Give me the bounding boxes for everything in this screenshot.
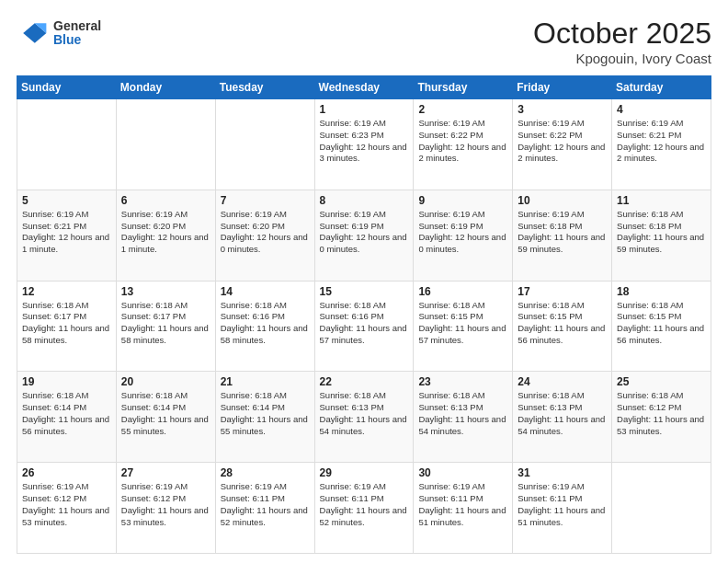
calendar-cell: 5Sunrise: 6:19 AMSunset: 6:21 PMDaylight… bbox=[17, 190, 117, 281]
day-number: 16 bbox=[418, 285, 507, 298]
calendar-cell: 28Sunrise: 6:19 AMSunset: 6:11 PMDayligh… bbox=[215, 463, 314, 554]
calendar-cell: 20Sunrise: 6:18 AMSunset: 6:14 PMDayligh… bbox=[116, 372, 215, 463]
day-number: 31 bbox=[518, 466, 607, 479]
day-info: Sunrise: 6:19 AMSunset: 6:21 PMDaylight:… bbox=[22, 209, 111, 256]
calendar-cell: 18Sunrise: 6:18 AMSunset: 6:15 PMDayligh… bbox=[612, 281, 711, 372]
calendar-cell: 25Sunrise: 6:18 AMSunset: 6:12 PMDayligh… bbox=[612, 372, 711, 463]
weekday-header: Monday bbox=[116, 76, 215, 99]
day-info: Sunrise: 6:19 AMSunset: 6:19 PMDaylight:… bbox=[418, 209, 507, 256]
day-number: 30 bbox=[418, 466, 507, 479]
day-info: Sunrise: 6:18 AMSunset: 6:14 PMDaylight:… bbox=[221, 390, 310, 437]
calendar-cell: 30Sunrise: 6:19 AMSunset: 6:11 PMDayligh… bbox=[414, 463, 513, 554]
calendar-week-row: 26Sunrise: 6:19 AMSunset: 6:12 PMDayligh… bbox=[17, 463, 711, 554]
page-title: October 2025 bbox=[533, 17, 711, 51]
day-number: 27 bbox=[121, 466, 210, 479]
calendar-cell: 3Sunrise: 6:19 AMSunset: 6:22 PMDaylight… bbox=[513, 99, 612, 190]
day-info: Sunrise: 6:19 AMSunset: 6:21 PMDaylight:… bbox=[617, 118, 706, 165]
day-info: Sunrise: 6:18 AMSunset: 6:15 PMDaylight:… bbox=[617, 300, 706, 347]
day-number: 3 bbox=[518, 103, 607, 116]
day-number: 1 bbox=[320, 103, 409, 116]
day-number: 5 bbox=[22, 194, 111, 207]
day-number: 4 bbox=[617, 103, 706, 116]
weekday-header: Sunday bbox=[17, 76, 117, 99]
calendar-cell: 26Sunrise: 6:19 AMSunset: 6:12 PMDayligh… bbox=[17, 463, 117, 554]
calendar-cell: 1Sunrise: 6:19 AMSunset: 6:23 PMDaylight… bbox=[314, 99, 414, 190]
calendar-cell: 29Sunrise: 6:19 AMSunset: 6:11 PMDayligh… bbox=[314, 463, 414, 554]
calendar-cell: 12Sunrise: 6:18 AMSunset: 6:17 PMDayligh… bbox=[17, 281, 117, 372]
calendar-cell: 9Sunrise: 6:19 AMSunset: 6:19 PMDaylight… bbox=[414, 190, 513, 281]
calendar-cell: 13Sunrise: 6:18 AMSunset: 6:17 PMDayligh… bbox=[116, 281, 215, 372]
day-info: Sunrise: 6:18 AMSunset: 6:15 PMDaylight:… bbox=[518, 300, 607, 347]
day-info: Sunrise: 6:19 AMSunset: 6:11 PMDaylight:… bbox=[221, 481, 310, 528]
header: General Blue October 2025 Kpogouin, Ivor… bbox=[17, 17, 711, 66]
day-number: 13 bbox=[121, 285, 210, 298]
day-number: 10 bbox=[518, 194, 607, 207]
page: General Blue October 2025 Kpogouin, Ivor… bbox=[0, 0, 728, 563]
calendar-cell bbox=[215, 99, 314, 190]
calendar-cell bbox=[116, 99, 215, 190]
calendar-cell: 11Sunrise: 6:18 AMSunset: 6:18 PMDayligh… bbox=[612, 190, 711, 281]
day-number: 28 bbox=[221, 466, 310, 479]
calendar-week-row: 5Sunrise: 6:19 AMSunset: 6:21 PMDaylight… bbox=[17, 190, 711, 281]
calendar-cell: 19Sunrise: 6:18 AMSunset: 6:14 PMDayligh… bbox=[17, 372, 117, 463]
weekday-header: Saturday bbox=[612, 76, 711, 99]
day-info: Sunrise: 6:18 AMSunset: 6:16 PMDaylight:… bbox=[320, 300, 409, 347]
logo-icon bbox=[17, 17, 50, 50]
day-number: 22 bbox=[320, 375, 409, 388]
calendar-cell: 15Sunrise: 6:18 AMSunset: 6:16 PMDayligh… bbox=[314, 281, 414, 372]
day-info: Sunrise: 6:18 AMSunset: 6:13 PMDaylight:… bbox=[418, 390, 507, 437]
logo-general: General bbox=[53, 19, 101, 33]
calendar-cell: 6Sunrise: 6:19 AMSunset: 6:20 PMDaylight… bbox=[116, 190, 215, 281]
day-number: 26 bbox=[22, 466, 111, 479]
day-info: Sunrise: 6:19 AMSunset: 6:22 PMDaylight:… bbox=[518, 118, 607, 165]
page-subtitle: Kpogouin, Ivory Coast bbox=[533, 51, 711, 66]
calendar-cell: 4Sunrise: 6:19 AMSunset: 6:21 PMDaylight… bbox=[612, 99, 711, 190]
day-number: 11 bbox=[617, 194, 706, 207]
day-info: Sunrise: 6:19 AMSunset: 6:11 PMDaylight:… bbox=[418, 481, 507, 528]
calendar-cell bbox=[612, 463, 711, 554]
calendar-cell: 7Sunrise: 6:19 AMSunset: 6:20 PMDaylight… bbox=[215, 190, 314, 281]
day-number: 24 bbox=[518, 375, 607, 388]
day-info: Sunrise: 6:19 AMSunset: 6:22 PMDaylight:… bbox=[418, 118, 507, 165]
calendar-cell: 10Sunrise: 6:19 AMSunset: 6:18 PMDayligh… bbox=[513, 190, 612, 281]
calendar-cell: 23Sunrise: 6:18 AMSunset: 6:13 PMDayligh… bbox=[414, 372, 513, 463]
day-info: Sunrise: 6:18 AMSunset: 6:12 PMDaylight:… bbox=[617, 390, 706, 437]
calendar-cell: 14Sunrise: 6:18 AMSunset: 6:16 PMDayligh… bbox=[215, 281, 314, 372]
calendar-cell: 22Sunrise: 6:18 AMSunset: 6:13 PMDayligh… bbox=[314, 372, 414, 463]
weekday-header: Wednesday bbox=[314, 76, 414, 99]
day-info: Sunrise: 6:19 AMSunset: 6:11 PMDaylight:… bbox=[518, 481, 607, 528]
calendar-cell: 31Sunrise: 6:19 AMSunset: 6:11 PMDayligh… bbox=[513, 463, 612, 554]
day-number: 23 bbox=[418, 375, 507, 388]
day-info: Sunrise: 6:18 AMSunset: 6:17 PMDaylight:… bbox=[121, 300, 210, 347]
day-number: 14 bbox=[221, 285, 310, 298]
day-info: Sunrise: 6:18 AMSunset: 6:14 PMDaylight:… bbox=[121, 390, 210, 437]
title-block: October 2025 Kpogouin, Ivory Coast bbox=[533, 17, 711, 66]
day-info: Sunrise: 6:19 AMSunset: 6:18 PMDaylight:… bbox=[518, 209, 607, 256]
calendar-cell: 17Sunrise: 6:18 AMSunset: 6:15 PMDayligh… bbox=[513, 281, 612, 372]
day-info: Sunrise: 6:19 AMSunset: 6:19 PMDaylight:… bbox=[320, 209, 409, 256]
day-info: Sunrise: 6:18 AMSunset: 6:18 PMDaylight:… bbox=[617, 209, 706, 256]
weekday-header: Friday bbox=[513, 76, 612, 99]
day-number: 25 bbox=[617, 375, 706, 388]
day-info: Sunrise: 6:18 AMSunset: 6:14 PMDaylight:… bbox=[22, 390, 111, 437]
calendar-cell: 2Sunrise: 6:19 AMSunset: 6:22 PMDaylight… bbox=[414, 99, 513, 190]
day-number: 18 bbox=[617, 285, 706, 298]
logo-blue: Blue bbox=[53, 33, 101, 47]
calendar-cell: 27Sunrise: 6:19 AMSunset: 6:12 PMDayligh… bbox=[116, 463, 215, 554]
day-info: Sunrise: 6:19 AMSunset: 6:23 PMDaylight:… bbox=[320, 118, 409, 165]
day-info: Sunrise: 6:19 AMSunset: 6:20 PMDaylight:… bbox=[121, 209, 210, 256]
day-info: Sunrise: 6:18 AMSunset: 6:15 PMDaylight:… bbox=[418, 300, 507, 347]
calendar-week-row: 12Sunrise: 6:18 AMSunset: 6:17 PMDayligh… bbox=[17, 281, 711, 372]
calendar-cell: 8Sunrise: 6:19 AMSunset: 6:19 PMDaylight… bbox=[314, 190, 414, 281]
day-info: Sunrise: 6:18 AMSunset: 6:13 PMDaylight:… bbox=[518, 390, 607, 437]
calendar-cell: 16Sunrise: 6:18 AMSunset: 6:15 PMDayligh… bbox=[414, 281, 513, 372]
calendar-week-row: 19Sunrise: 6:18 AMSunset: 6:14 PMDayligh… bbox=[17, 372, 711, 463]
logo: General Blue bbox=[17, 17, 101, 50]
day-number: 19 bbox=[22, 375, 111, 388]
day-number: 2 bbox=[418, 103, 507, 116]
day-number: 8 bbox=[320, 194, 409, 207]
logo-text: General Blue bbox=[53, 19, 101, 48]
weekday-header-row: SundayMondayTuesdayWednesdayThursdayFrid… bbox=[17, 76, 711, 99]
day-number: 20 bbox=[121, 375, 210, 388]
calendar-cell bbox=[17, 99, 117, 190]
